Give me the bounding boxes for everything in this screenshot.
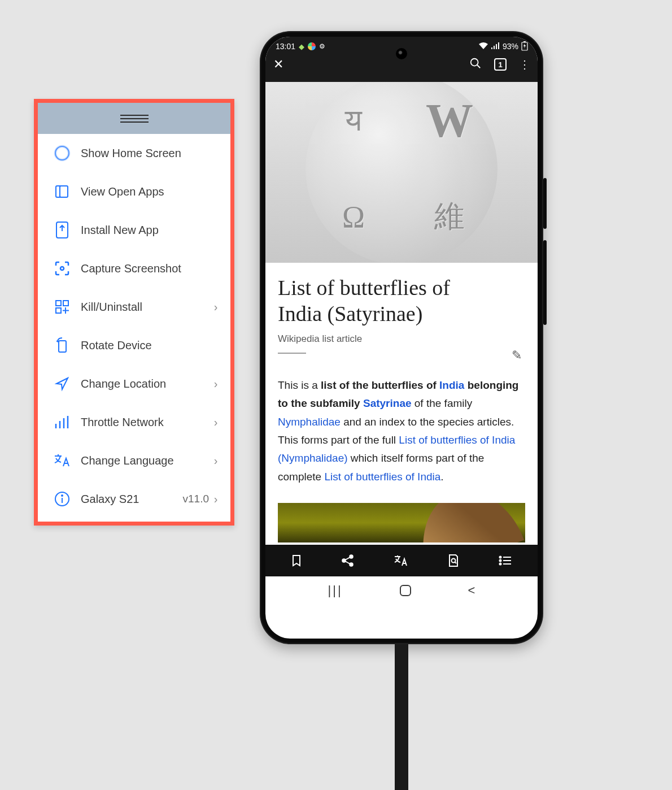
- svg-line-27: [345, 557, 350, 560]
- article-image: [278, 503, 525, 542]
- settings-small-icon: ⚙: [319, 42, 325, 50]
- svg-point-31: [500, 556, 501, 558]
- link-nymphalidae[interactable]: Nymphalidae: [278, 416, 341, 428]
- find-in-page-icon[interactable]: [447, 554, 460, 567]
- panel-item-label: View Open Apps: [74, 185, 220, 198]
- panel-item-view-open-apps[interactable]: View Open Apps: [38, 172, 230, 211]
- install-icon: [50, 221, 74, 239]
- language-icon: [50, 453, 74, 468]
- panel-item-change-language[interactable]: Change Language›: [38, 441, 230, 480]
- signal-icon: [491, 42, 499, 51]
- chevron-right-icon: ›: [211, 416, 220, 429]
- front-camera: [396, 48, 407, 59]
- link-india[interactable]: India: [439, 379, 464, 391]
- article-body: List of butterflies of India (Satyrinae)…: [265, 263, 538, 492]
- svg-line-30: [455, 562, 457, 563]
- chevron-right-icon: ›: [211, 301, 220, 314]
- chevron-right-icon: ›: [211, 493, 220, 506]
- svg-rect-12: [59, 341, 66, 352]
- panel-item-label: Galaxy S21: [74, 493, 183, 506]
- svg-point-1: [55, 146, 69, 160]
- panel-item-label: Change Language: [74, 454, 211, 467]
- panel-item-show-home-screen[interactable]: Show Home Screen: [38, 134, 230, 172]
- svg-line-23: [477, 65, 481, 68]
- more-icon[interactable]: ⋮: [519, 58, 530, 71]
- panel-item-label: Install New App: [74, 224, 220, 237]
- search-icon[interactable]: [469, 57, 482, 72]
- recents-button[interactable]: |||: [328, 583, 342, 598]
- svg-point-29: [452, 558, 456, 562]
- home-circle-icon: [50, 145, 74, 162]
- panel-item-label: Rotate Device: [74, 339, 220, 352]
- panel-drag-handle[interactable]: [38, 103, 230, 134]
- android-nav-bar: ||| <: [265, 576, 538, 605]
- share-icon[interactable]: [341, 554, 355, 567]
- panel-item-throttle-network[interactable]: Throttle Network›: [38, 403, 230, 441]
- svg-point-18: [62, 495, 63, 496]
- svg-rect-7: [56, 301, 61, 306]
- article-hero: य W Ω 維: [265, 82, 538, 263]
- panel-item-label: Change Location: [74, 377, 211, 390]
- svg-point-6: [60, 267, 64, 270]
- svg-point-35: [500, 563, 501, 565]
- control-panel: Show Home ScreenView Open AppsInstall Ne…: [34, 99, 234, 526]
- panel-item-install-new-app[interactable]: Install New App: [38, 211, 230, 249]
- link-satyrinae[interactable]: Satyrinae: [363, 397, 412, 409]
- location-icon: [50, 376, 74, 392]
- chevron-right-icon: ›: [211, 377, 220, 390]
- panel-item-label: Capture Screenshot: [74, 262, 220, 275]
- divider: [278, 353, 306, 354]
- article-subtitle: Wikipedia list article: [278, 333, 525, 345]
- panel-item-sublabel: v11.0: [183, 493, 211, 505]
- android-icon: ◆: [299, 42, 304, 51]
- article-title: List of butterflies of India (Satyrinae): [278, 275, 525, 327]
- tab-count[interactable]: 1: [494, 58, 507, 71]
- svg-rect-21: [523, 41, 526, 42]
- panel-item-label: Show Home Screen: [74, 147, 220, 160]
- info-icon: [50, 491, 74, 507]
- apps-icon: [50, 298, 74, 315]
- panel-item-kill-uninstall[interactable]: Kill/Uninstall›: [38, 288, 230, 326]
- volume-button[interactable]: [543, 178, 547, 229]
- svg-point-33: [500, 559, 501, 561]
- chevron-right-icon: ›: [211, 454, 220, 467]
- svg-rect-3: [60, 186, 68, 197]
- panel-item-rotate-device[interactable]: Rotate Device: [38, 326, 230, 364]
- wifi-icon: [479, 42, 488, 51]
- svg-line-28: [345, 561, 350, 564]
- capture-icon: [50, 260, 74, 277]
- browser-toolbar: ✕ 1 ⋮: [265, 56, 538, 82]
- panel-item-galaxy-s21[interactable]: Galaxy S21v11.0›: [38, 480, 230, 518]
- article-text: This is a list of the butterflies of Ind…: [278, 376, 525, 486]
- home-button[interactable]: [400, 585, 411, 596]
- svg-rect-9: [56, 308, 61, 313]
- network-icon: [50, 415, 74, 429]
- panel-item-capture-screenshot[interactable]: Capture Screenshot: [38, 249, 230, 288]
- device-frame: 13:01 ◆ ⚙ 93% ✕: [260, 31, 543, 644]
- wikipedia-globe-icon: य W Ω 維: [306, 82, 498, 263]
- panel-item-label: Throttle Network: [74, 416, 211, 429]
- panel-item-change-location[interactable]: Change Location›: [38, 364, 230, 403]
- open-apps-icon: [50, 183, 74, 200]
- contents-icon[interactable]: [499, 555, 512, 566]
- article-action-bar: [265, 545, 538, 576]
- status-time: 13:01: [276, 42, 295, 51]
- battery-label: 93%: [503, 42, 518, 51]
- link-list-india[interactable]: List of butterflies of India: [324, 471, 440, 483]
- svg-point-22: [471, 59, 478, 66]
- power-button[interactable]: [543, 240, 547, 325]
- sync-icon: [308, 42, 316, 50]
- panel-item-label: Kill/Uninstall: [74, 301, 211, 314]
- svg-rect-8: [63, 301, 68, 306]
- bookmark-icon[interactable]: [291, 554, 302, 567]
- rotate-icon: [50, 336, 74, 354]
- panel-menu: Show Home ScreenView Open AppsInstall Ne…: [38, 134, 230, 522]
- battery-icon: [522, 41, 527, 52]
- back-button[interactable]: <: [468, 583, 475, 598]
- translate-icon[interactable]: [394, 554, 408, 567]
- edit-icon[interactable]: ✎: [512, 348, 522, 363]
- close-icon[interactable]: ✕: [273, 57, 283, 72]
